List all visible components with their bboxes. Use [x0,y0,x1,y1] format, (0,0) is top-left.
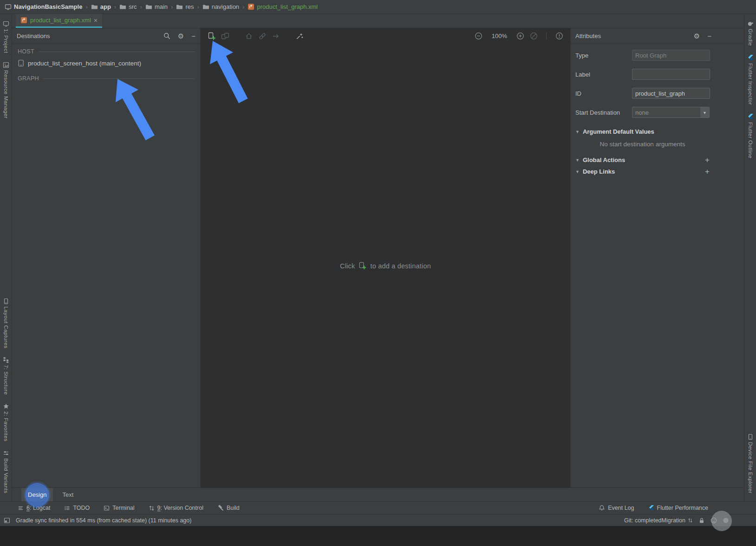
field-row-id: ID [575,88,710,99]
add-deep-link-button[interactable]: + [705,168,710,176]
section-global-actions[interactable]: ▼ Global Actions + [575,154,710,166]
graph-section-header: GRAPH [18,75,195,82]
toolbar-build-label: Build [227,505,240,511]
logcat-icon [18,505,24,511]
status-bar: Gradle sync finished in 554 ms (from cac… [0,514,756,526]
screen-background [0,526,756,546]
zoom-in-button[interactable] [515,32,525,41]
flutter-icon [747,54,754,61]
add-action-button[interactable] [271,32,280,41]
gear-icon[interactable]: ⚙ [178,32,184,39]
start-destination-dropdown[interactable]: none ▾ [632,107,710,118]
section-deep-links[interactable]: ▼ Deep Links + [575,166,710,177]
sidebar-item-device-file-explorer[interactable]: Device File Explorer [747,434,754,494]
sidebar-label: Flutter Inspector [748,63,753,105]
design-tab-label: Design [28,491,46,498]
feedback-smiley-icon[interactable] [710,517,717,524]
zoom-to-fit-button[interactable] [529,32,538,41]
start-destination-label: Start Destination [575,109,632,116]
tab-text[interactable]: Text [56,488,80,501]
sidebar-label: Build Variants [3,458,9,494]
label-label: Label [575,71,632,78]
breadcrumb-src-label: src [129,3,137,10]
android-studio-window: NavigationBasicSample › app › src › main… [0,0,756,546]
chevron-right-icon: › [85,3,87,10]
breadcrumb-res-label: res [185,3,194,10]
toolbar-terminal[interactable]: Terminal [104,505,134,511]
sidebar-item-flutter-inspector[interactable]: Flutter Inspector [747,54,754,105]
toolbar-version-control[interactable]: 9: Version Control [149,505,203,511]
chevron-right-icon: › [140,3,142,10]
toolbar-todo[interactable]: TODO [64,505,90,511]
id-field[interactable] [632,88,710,99]
sidebar-label: Resource Manager [3,70,9,118]
assign-start-destination-button[interactable] [244,32,254,41]
sidebar-item-flutter-outline[interactable]: Flutter Outline [747,113,754,158]
status-circle-icon[interactable] [723,517,729,524]
warnings-errors-button[interactable] [554,32,564,41]
breadcrumb-res[interactable]: res [176,3,194,10]
collapse-triangle-icon: ▼ [575,158,580,162]
type-field[interactable] [632,50,710,61]
res-folder-icon [176,4,183,10]
close-icon[interactable]: × [94,17,98,24]
sidebar-item-favorites[interactable]: 2: Favorites [3,403,9,442]
gear-icon[interactable]: ⚙ [694,32,700,39]
git-update-arrows-icon [688,518,693,523]
sidebar-label: Layout Captures [3,306,9,348]
add-global-action-button[interactable]: + [705,156,710,164]
breadcrumb-navigation[interactable]: navigation [202,3,239,10]
toolwindow-toggle-icon[interactable] [4,517,10,524]
tab-label: product_list_graph.xml [30,17,91,24]
tab-design[interactable]: Design [21,488,53,501]
breadcrumb-src[interactable]: src [119,3,137,10]
breadcrumb-navigation-label: navigation [212,3,239,10]
breadcrumb-project[interactable]: NavigationBasicSample [5,3,82,10]
section-argument-default-values[interactable]: ▼ Argument Default Values [575,126,710,137]
search-icon[interactable] [163,32,170,39]
hide-panel-icon[interactable]: − [707,32,711,39]
zoom-out-button[interactable] [474,32,483,41]
tab-product-list-graph[interactable]: product_list_graph.xml × [16,14,102,28]
hide-panel-icon[interactable]: − [191,32,196,39]
deep-link-button[interactable] [258,32,267,41]
mnemonic: 9 [157,505,161,511]
breadcrumb-main[interactable]: main [145,3,168,10]
lock-icon[interactable] [698,517,705,524]
toolbar-todo-label: TODO [73,505,90,511]
chevron-right-icon: › [114,3,116,10]
section-rule [38,52,195,52]
sidebar-item-layout-captures[interactable]: Layout Captures [3,298,9,348]
collapse-triangle-icon: ▼ [575,130,580,134]
star-icon [3,403,9,410]
host-destination-item[interactable]: product_list_screen_host (main_content) [12,55,200,71]
text-tab-label: Text [62,491,73,498]
sidebar-label: Gradle [748,29,753,46]
nav-graph-file-icon [20,17,27,24]
layout-captures-icon [3,298,9,305]
empty-message-prefix: Click [340,262,355,270]
folder-icon [145,4,152,10]
breadcrumb-file[interactable]: product_list_graph.xml [248,3,318,10]
toolbar-event-log[interactable]: Event Log [599,505,634,511]
toolbar-build[interactable]: Build [217,505,240,511]
sidebar-item-build-variants[interactable]: Build Variants [3,450,9,494]
label-field[interactable] [632,69,710,80]
sidebar-item-resource-manager[interactable]: Resource Manager [3,62,9,118]
breadcrumb-app[interactable]: app [91,3,111,10]
version-control-icon [149,505,155,511]
sidebar-label: Flutter Outline [748,122,753,158]
sidebar-item-gradle[interactable]: Gradle [747,20,754,46]
section-rule [43,78,195,79]
git-branch-widget[interactable]: Git: completedMigration [624,517,693,524]
design-surface[interactable]: 100% Click [201,28,570,488]
host-destination-icon [18,59,25,67]
new-destination-button[interactable] [207,32,216,41]
section-title: Global Actions [583,156,625,163]
toolbar-flutter-performance[interactable]: Flutter Performance [648,505,708,511]
sidebar-item-project[interactable]: 1: Project [3,20,9,53]
sidebar-item-structure[interactable]: 7: Structure [3,357,9,395]
flutter-icon [648,505,654,511]
nested-graph-button[interactable] [221,32,230,41]
auto-arrange-button[interactable] [295,32,304,41]
